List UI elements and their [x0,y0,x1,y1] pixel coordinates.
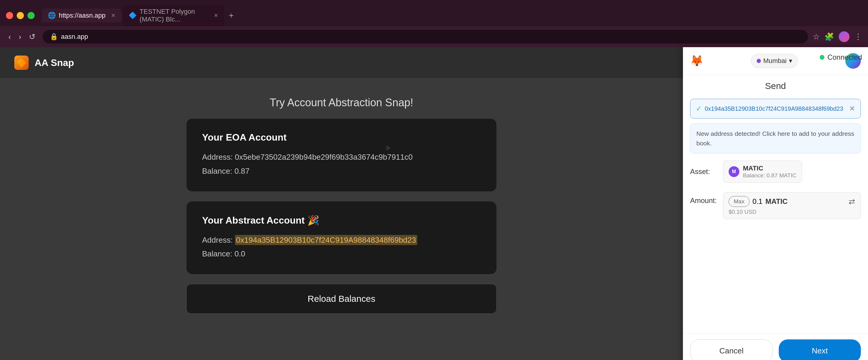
metamask-logo: 🦊 [690,55,704,67]
connected-text: Connected [828,53,862,61]
url-text: aasn.app [61,33,88,40]
eoa-balance-value: 0.87 [234,167,250,176]
connected-badge: Connected [819,53,862,61]
tab-favicon-2: 🔷 [129,12,137,20]
menu-icon[interactable]: ⋮ [854,32,862,41]
matic-icon: M [728,166,739,177]
max-button[interactable]: Max [728,196,749,207]
recipient-address-text: 0x194a35B12903B10c7f24C919A98848348f69bd… [705,104,846,113]
asset-selector[interactable]: M MATIC Balance: 0.87 MATIC [723,160,802,183]
abstract-address-label: Address: [202,236,233,244]
asset-name: MATIC [743,164,796,172]
main-content: 🔶 AA Snap Try Account Abstraction Snap! … [0,47,868,360]
amount-label: Amount: [690,192,717,205]
metamask-panel: 🦊 Mumbai ▾ Connected Send ✓ 0x194a35B129… [683,47,868,360]
browser-toolbar-icons: ☆ 🧩 ⋮ [813,31,862,42]
profile-icon[interactable] [839,31,849,42]
asset-balance: Balance: 0.87 MATIC [743,172,796,179]
swap-icon[interactable]: ⇄ [848,197,855,206]
tab-aasn[interactable]: 🌐 https://aasn.app ✕ [42,9,122,22]
tab-bar: 🌐 https://aasn.app ✕ 🔷 TESTNET Polygon (… [0,0,868,26]
eoa-card-title: Your EOA Account [202,132,481,143]
abstract-balance-value: 0.0 [234,249,245,258]
asset-info: MATIC Balance: 0.87 MATIC [743,164,796,179]
abstract-account-info: Address: 0x194a35B12903B10c7f24C919A9884… [202,233,481,261]
app-body: Try Account Abstraction Snap! Your EOA A… [0,79,683,360]
close-window-button[interactable] [6,12,13,19]
abstract-card-title: Your Abstract Account 🎉 [202,215,481,226]
abstract-address-line: Address: 0x194a35B12903B10c7f24C919A9884… [202,233,481,247]
back-button[interactable]: ‹ [6,31,13,43]
next-button[interactable]: Next [779,339,861,360]
amount-input-container: Max 0.1 MATIC ⇄ $0.10 USD [723,192,861,219]
page-title: Try Account Abstraction Snap! [270,96,413,109]
reload-balances-button[interactable]: Reload Balances [186,284,497,314]
nav-buttons: ‹ › ↺ [6,31,38,43]
tab-close-icon[interactable]: ✕ [111,12,116,19]
mm-body: ✓ 0x194a35B12903B10c7f24C919A98848348f69… [683,94,868,333]
app-area: 🔶 AA Snap Try Account Abstraction Snap! … [0,47,683,360]
reload-button[interactable]: ↺ [27,31,38,43]
app-title: AA Snap [35,57,74,68]
chevron-down-icon: ▾ [789,57,792,65]
eoa-account-info: Address: 0x5ebe73502a239b94be29f69b33a36… [202,150,481,178]
traffic-lights [6,12,35,19]
eoa-card: Your EOA Account Address: 0x5ebe73502a23… [186,119,497,192]
amount-number: 0.1 [752,197,762,206]
eoa-balance-label: Balance: [202,167,232,176]
new-address-notice[interactable]: New address detected! Click here to add … [690,123,861,153]
asset-label: Asset: [690,168,717,176]
tab-favicon: 🌐 [48,12,56,20]
amount-usd: $0.10 USD [728,209,855,215]
abstract-card: Your Abstract Account 🎉 Address: 0x194a3… [186,201,497,275]
mm-footer: Cancel Next [683,333,868,360]
check-icon: ✓ [696,103,702,114]
tab-label: https://aasn.app [59,12,106,20]
mm-header: 🦊 Mumbai ▾ Connected [683,47,868,75]
clear-address-icon[interactable]: ✕ [849,103,855,114]
app-header: 🔶 AA Snap [0,47,683,79]
minimize-window-button[interactable] [17,12,24,19]
tab-close-icon-2[interactable]: ✕ [214,12,218,19]
eoa-address-line: Address: 0x5ebe73502a239b94be29f69b33a36… [202,150,481,164]
abstract-balance-line: Balance: 0.0 [202,247,481,261]
extensions-icon[interactable]: 🧩 [825,32,834,41]
network-selector[interactable]: Mumbai ▾ [751,54,798,68]
recipient-address-chip: ✓ 0x194a35B12903B10c7f24C919A98848348f69… [690,99,861,119]
network-dot-icon [757,59,761,63]
cancel-button[interactable]: Cancel [690,339,773,360]
amount-row: Amount: Max 0.1 MATIC ⇄ $0.10 USD [690,190,861,221]
logo-icon: 🔶 [17,58,27,68]
tab-testnet[interactable]: 🔷 TESTNET Polygon (MATIC) Blc... ✕ [123,5,224,26]
maximize-window-button[interactable] [27,12,35,19]
abstract-address-value: 0x194a35B12903B10c7f24C919A98848348f69bd… [235,235,417,245]
connected-dot-icon [819,55,825,60]
eoa-address-label: Address: [202,153,233,161]
eoa-address-value: 0x5ebe73502a239b94be29f69b33a3674c9b7911… [235,153,413,161]
amount-currency: MATIC [765,197,787,206]
eoa-balance-line: Balance: 0.87 [202,164,481,178]
browser-chrome: 🌐 https://aasn.app ✕ 🔷 TESTNET Polygon (… [0,0,868,47]
forward-button[interactable]: › [17,31,24,43]
app-logo: 🔶 [14,56,29,70]
bookmark-icon[interactable]: ☆ [813,32,819,41]
address-bar[interactable]: 🔒 aasn.app [43,30,808,43]
network-label: Mumbai [763,57,786,65]
abstract-balance-label: Balance: [202,249,232,258]
tab-label-2: TESTNET Polygon (MATIC) Blc... [140,8,208,23]
amount-input-top: Max 0.1 MATIC ⇄ [728,196,855,207]
address-bar-row: ‹ › ↺ 🔒 aasn.app ☆ 🧩 ⋮ [0,26,868,47]
new-tab-button[interactable]: + [225,8,237,23]
send-title: Send [683,75,868,94]
amount-value: Max 0.1 MATIC [728,196,787,207]
asset-row: Asset: M MATIC Balance: 0.87 MATIC [690,158,861,185]
lock-icon: 🔒 [50,33,58,40]
